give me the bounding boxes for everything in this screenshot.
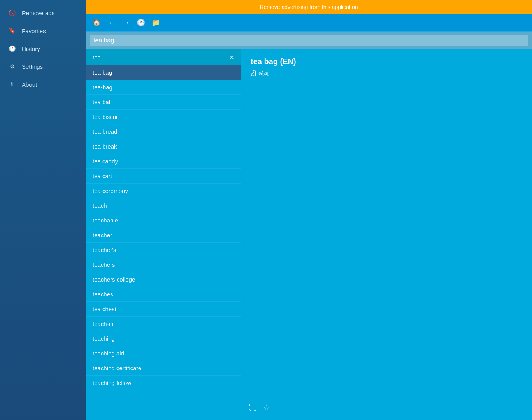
definition-title: tea bag (EN) xyxy=(251,57,523,66)
suggestion-item-tea-ball[interactable]: tea ball xyxy=(86,95,241,110)
suggestions-header-text: tea xyxy=(93,54,101,61)
suggestion-item-teach-in[interactable]: teach-in xyxy=(86,317,241,331)
folder-button[interactable]: 📁 xyxy=(150,17,161,28)
suggestion-item-tea-ceremony[interactable]: tea ceremony xyxy=(86,184,241,198)
ad-banner[interactable]: Remove advertising from this application xyxy=(86,0,532,14)
search-input[interactable] xyxy=(90,35,528,46)
suggestion-item-teaches[interactable]: teaches xyxy=(86,287,241,302)
close-button[interactable]: × xyxy=(229,53,234,61)
suggestion-item-tea-bread[interactable]: tea bread xyxy=(86,124,241,139)
suggestion-item-teachers-possessive[interactable]: teacher's xyxy=(86,243,241,257)
main-content: Remove advertising from this application… xyxy=(86,0,532,420)
sidebar-item-label: Settings xyxy=(22,63,43,70)
sidebar-item-label: Favorites xyxy=(22,28,46,34)
suggestion-item-teaching-aid[interactable]: teaching aid xyxy=(86,346,241,361)
favorite-button[interactable]: ☆ xyxy=(263,403,270,412)
suggestion-item-teacher[interactable]: teacher xyxy=(86,228,241,243)
suggestion-item-tea-chest[interactable]: tea chest xyxy=(86,302,241,317)
definition-footer: ⛶ ☆ xyxy=(241,399,532,416)
sidebar-item-settings[interactable]: ⚙ Settings xyxy=(0,58,86,75)
sidebar-item-about[interactable]: ℹ About xyxy=(0,75,86,93)
search-bar xyxy=(86,32,532,49)
suggestion-item-teaching[interactable]: teaching xyxy=(86,331,241,346)
expand-button[interactable]: ⛶ xyxy=(249,403,257,412)
suggestion-item-tea-biscuit[interactable]: tea biscuit xyxy=(86,110,241,124)
home-button[interactable]: 🏠 xyxy=(91,17,102,28)
sidebar-item-label: Remove ads xyxy=(22,10,54,16)
history-button[interactable]: 🕐 xyxy=(135,17,146,28)
suggestion-item-teachers-college[interactable]: teachers college xyxy=(86,272,241,287)
back-button[interactable]: ← xyxy=(106,17,117,28)
sidebar: 🚫 Remove ads 🔖 Favorites 🕐 History ⚙ Set… xyxy=(0,0,86,420)
suggestion-item-tea-caddy[interactable]: tea caddy xyxy=(86,154,241,169)
forward-button[interactable]: → xyxy=(121,17,132,28)
suggestion-item-teach[interactable]: teach xyxy=(86,198,241,213)
suggestion-item-teachers[interactable]: teachers xyxy=(86,257,241,272)
history-icon: 🕐 xyxy=(8,44,16,53)
settings-icon: ⚙ xyxy=(8,62,16,71)
suggestions-panel: tea × tea bagtea-bagtea balltea biscuitt… xyxy=(86,49,241,420)
sidebar-item-favorites[interactable]: 🔖 Favorites xyxy=(0,22,86,40)
suggestion-item-tea-bag-hyphen[interactable]: tea-bag xyxy=(86,80,241,95)
sidebar-item-label: About xyxy=(22,81,37,88)
definition-gujarati: ટી બેગ xyxy=(251,70,523,78)
suggestion-item-tea-cart[interactable]: tea cart xyxy=(86,169,241,184)
remove-ads-icon: 🚫 xyxy=(8,9,16,17)
suggestion-item-tea-break[interactable]: tea break xyxy=(86,139,241,154)
suggestion-item-tea-bag[interactable]: tea bag xyxy=(86,65,241,80)
suggestion-item-teaching-fellow[interactable]: teaching fellow xyxy=(86,376,241,390)
toolbar: 🏠 ← → 🕐 📁 xyxy=(86,14,532,32)
suggestions-header: tea × xyxy=(86,49,241,65)
definition-area: tea bag (EN) ટી બેગ ⛶ ☆ xyxy=(241,49,532,420)
about-icon: ℹ xyxy=(8,80,16,89)
suggestion-item-teaching-certificate[interactable]: teaching certificate xyxy=(86,361,241,376)
sidebar-item-history[interactable]: 🕐 History xyxy=(0,40,86,58)
favorites-icon: 🔖 xyxy=(8,26,16,35)
sidebar-item-label: History xyxy=(22,46,40,52)
content-area: tea × tea bagtea-bagtea balltea biscuitt… xyxy=(86,49,532,420)
suggestion-item-teachable[interactable]: teachable xyxy=(86,213,241,228)
sidebar-item-remove-ads[interactable]: 🚫 Remove ads xyxy=(0,4,86,22)
